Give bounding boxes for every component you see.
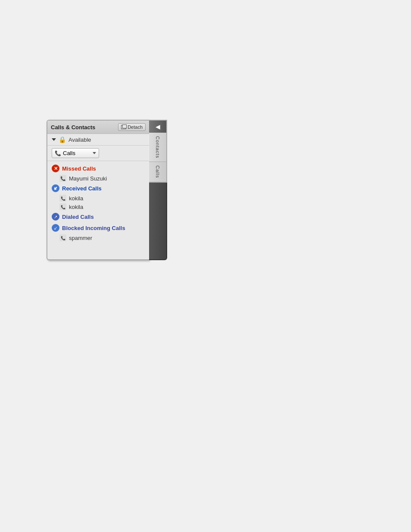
call-item-name-kokila1: kokila (69, 195, 83, 202)
svg-text:📞: 📞 (61, 196, 66, 201)
tab-calls[interactable]: Calls (149, 162, 166, 181)
received-calls-section-header[interactable]: ↙ Received Calls (47, 183, 149, 194)
received-calls-label: Received Calls (62, 185, 102, 192)
calls-dropdown-icon: 📞 (55, 150, 61, 156)
panel-header: Calls & Contacts Detach (47, 121, 149, 134)
phone-icon-kokila1: 📞 (59, 195, 66, 202)
collapse-button[interactable]: ◀ (149, 120, 167, 133)
missed-calls-label: Missed Calls (62, 165, 96, 172)
dialed-calls-icon: ↗ (52, 213, 59, 221)
status-dropdown-arrow[interactable] (52, 138, 56, 141)
blocked-calls-icon: ↙ (52, 224, 59, 232)
content-area: ✕ Missed Calls 📞 Mayumi Suzuki ↙ (47, 161, 149, 259)
call-item-name-spammer: spammer (69, 235, 92, 241)
tab-calls-label: Calls (155, 165, 160, 178)
call-item-kokila-1[interactable]: 📞 kokila (47, 194, 149, 202)
call-item-name-mayumi: Mayumi Suzuki (69, 175, 107, 182)
svg-text:↙: ↙ (54, 226, 57, 230)
calls-dropdown-arrow (93, 152, 96, 154)
collapse-arrow-icon: ◀ (156, 123, 160, 130)
calls-dropdown-row: 📞 Calls (47, 146, 149, 161)
tab-contacts-label: Contacts (155, 136, 160, 158)
call-item-spammer[interactable]: 📞 spammer (47, 233, 149, 242)
phone-icon-mayumi: 📞 (59, 175, 66, 182)
status-bar: 🔒 Available (47, 134, 149, 146)
calls-dropdown[interactable]: 📞 Calls (52, 148, 99, 158)
call-item-name-kokila2: kokila (69, 204, 83, 210)
phone-icon-kokila2: 📞 (59, 203, 66, 210)
missed-calls-icon: ✕ (52, 165, 59, 172)
panel-title: Calls & Contacts (51, 124, 95, 131)
svg-text:↙: ↙ (54, 186, 57, 191)
svg-text:↗: ↗ (54, 215, 57, 219)
svg-text:📞: 📞 (61, 205, 66, 210)
blocked-calls-section-header[interactable]: ↙ Blocked Incoming Calls (47, 222, 149, 233)
svg-text:✕: ✕ (54, 166, 58, 171)
call-item-mayumi[interactable]: 📞 Mayumi Suzuki (47, 174, 149, 183)
dialed-calls-section-header[interactable]: ↗ Dialed Calls (47, 211, 149, 222)
calls-dropdown-value: Calls (63, 150, 91, 156)
calls-contacts-panel: Calls & Contacts Detach 🔒 Available 📞 Ca… (47, 120, 149, 260)
missed-calls-section-header[interactable]: ✕ Missed Calls (47, 163, 149, 174)
detach-icon (121, 125, 126, 129)
status-text: Available (68, 137, 91, 143)
svg-text:📞: 📞 (60, 176, 66, 181)
lock-icon: 🔒 (59, 136, 66, 143)
detach-button[interactable]: Detach (118, 123, 146, 131)
svg-text:📞: 📞 (61, 236, 66, 241)
tab-contacts[interactable]: Contacts (149, 133, 166, 162)
detach-label: Detach (128, 124, 143, 130)
received-calls-icon: ↙ (52, 184, 59, 192)
dark-rail-bottom (149, 183, 167, 260)
blocked-calls-label: Blocked Incoming Calls (62, 225, 125, 231)
dialed-calls-label: Dialed Calls (62, 214, 94, 220)
phone-icon-spammer: 📞 (59, 234, 66, 241)
call-item-kokila-2[interactable]: 📞 kokila (47, 202, 149, 211)
tabs-container: Contacts Calls (149, 133, 167, 183)
side-panel: ◀ Contacts Calls (149, 120, 167, 260)
